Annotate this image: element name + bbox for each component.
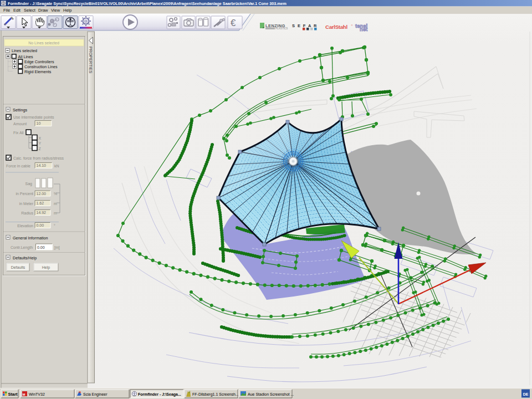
svg-text:Sag: Sag [25,182,33,186]
svg-text:Start: Start [8,392,18,397]
svg-text:Rigid Elements: Rigid Elements [24,69,52,74]
svg-text:10: 10 [37,121,41,125]
svg-text:Amount: Amount [13,122,27,126]
svg-text:[m]: [m] [54,245,60,250]
svg-text:Defaults: Defaults [11,265,25,269]
svg-text:0.00: 0.00 [37,223,44,227]
svg-text:Help: Help [42,265,50,270]
svg-text:®: ® [351,24,353,27]
svg-text:Aue Stadion Screenshot ...: Aue Stadion Screenshot ... [248,392,294,396]
svg-text:°: ° [54,224,55,228]
svg-text:M: M [23,393,25,396]
svg-text:Use intermediate points: Use intermediate points [13,115,54,120]
svg-text:14.92: 14.92 [37,211,47,214]
svg-text:m: m [54,202,57,206]
svg-text:Elevation: Elevation [17,224,33,228]
svg-text:CarlStahl: CarlStahl [325,24,347,30]
svg-text:X: X [39,136,42,140]
svg-text:Calc. force from radius/stress: Calc. force from radius/stress [13,156,64,160]
svg-text:Formfinder - J:\Seaga...: Formfinder - J:\Seaga... [138,392,181,397]
svg-text:Scia Engineer: Scia Engineer [83,392,108,397]
svg-text:0.00: 0.00 [37,245,45,249]
svg-text:No Lines selected: No Lines selected [28,41,59,45]
svg-text:14.10: 14.10 [37,163,47,167]
svg-text:m: m [54,211,57,215]
svg-text:Draw: Draw [38,8,48,13]
svg-text:Defaults/Help: Defaults/Help [13,255,37,260]
svg-text:Edge Controllers: Edge Controllers [24,59,54,64]
svg-text:FF-Dilsberg1.1 Screensh...: FF-Dilsberg1.1 Screensh... [192,392,239,397]
svg-text:%: % [54,192,57,196]
svg-text:WinTV32: WinTV32 [29,392,45,396]
svg-text:Help: Help [63,8,71,13]
svg-text:Contr.Length: Contr.Length [11,245,33,250]
svg-text:Edit: Edit [13,8,21,13]
svg-text:All Lines: All Lines [18,54,34,59]
svg-text:PROPERTIES: PROPERTIES [88,47,93,73]
svg-text:PLASTICS: PLASTICS [275,27,288,30]
svg-text:kN: kN [54,164,59,168]
svg-text:in Meter: in Meter [19,202,34,206]
svg-text:net: net [360,26,368,32]
svg-text:General Information: General Information [13,236,48,241]
svg-text:S E F A R: S E F A R [292,23,318,28]
svg-text:Lines selected: Lines selected [12,48,37,53]
svg-text:Y: Y [39,141,42,145]
svg-text:View: View [51,8,60,13]
svg-text:Radius: Radius [21,211,33,215]
svg-text:Fix All: Fix All [13,131,24,135]
svg-text:1.62: 1.62 [37,201,44,205]
svg-text:Construction Lines: Construction Lines [24,64,58,69]
svg-text:Formfinder - J:\Seagate Sync\S: Formfinder - J:\Seagate Sync\SyncRecycle… [8,1,287,6]
svg-text:Force in cable: Force in cable [6,164,30,168]
svg-text:File: File [3,8,10,13]
svg-text:+: + [35,17,38,21]
svg-text:Z: Z [39,147,42,151]
svg-text:€: € [231,18,236,28]
svg-text:Select: Select [24,8,36,13]
svg-text:DE: DE [523,392,529,396]
svg-text:Settings: Settings [13,108,27,112]
svg-text:12.00: 12.00 [37,192,47,196]
svg-text:in Percent: in Percent [16,192,33,196]
